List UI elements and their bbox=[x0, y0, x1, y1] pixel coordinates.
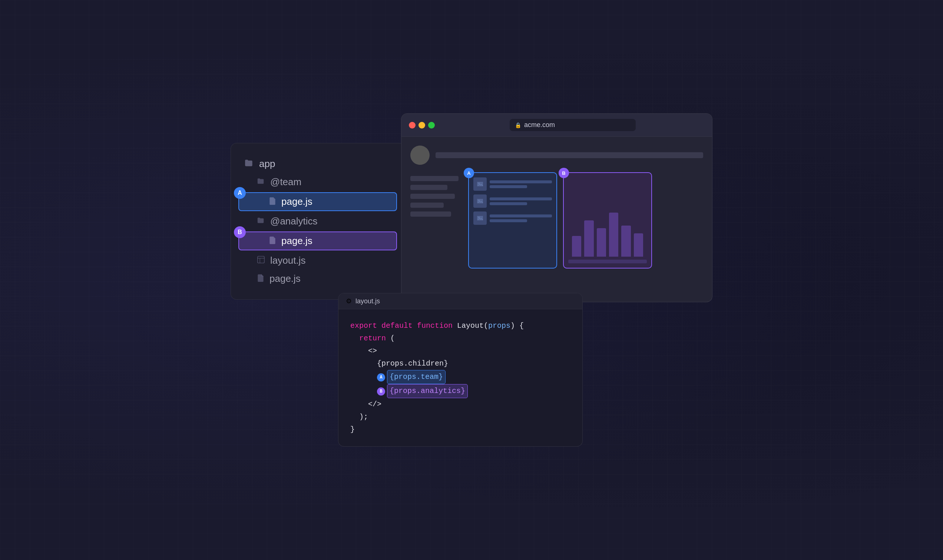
tree-label-root-page: page.js bbox=[270, 273, 301, 285]
list-bar-3a bbox=[490, 214, 552, 217]
list-item-1 bbox=[473, 177, 552, 191]
file-icon-team-page bbox=[269, 197, 276, 207]
tree-label-app: app bbox=[259, 158, 275, 170]
slot-team: {props.team} bbox=[387, 370, 446, 384]
traffic-lights bbox=[409, 122, 435, 129]
folder-icon bbox=[244, 159, 254, 169]
chart-bar-2 bbox=[584, 220, 593, 257]
tree-item-app[interactable]: app bbox=[238, 155, 397, 172]
code-line-4: {props.children} bbox=[350, 357, 571, 370]
tag-open: <> bbox=[350, 345, 377, 357]
chart-bar-4 bbox=[609, 212, 618, 257]
list-bar-1a bbox=[490, 180, 552, 183]
traffic-light-green[interactable] bbox=[428, 122, 435, 129]
tag-close: </> bbox=[350, 398, 381, 411]
tree-label-analytics-page: page.js bbox=[281, 235, 312, 247]
badge-a-filetree: A bbox=[234, 187, 246, 199]
code-line-5: A{props.team} bbox=[350, 370, 571, 384]
tree-label-team-page: page.js bbox=[281, 196, 312, 208]
keyword-function: function bbox=[417, 320, 457, 332]
header-bar bbox=[435, 152, 703, 158]
list-img-2 bbox=[473, 194, 487, 208]
url-text: acme.com bbox=[524, 121, 555, 129]
tree-label-team: @team bbox=[270, 176, 301, 188]
svg-point-3 bbox=[478, 183, 480, 184]
list-bar-1b bbox=[490, 185, 527, 188]
chart-bar-6 bbox=[634, 233, 643, 257]
chart-bar-1 bbox=[572, 236, 581, 257]
badge-b-filetree: B bbox=[234, 226, 246, 238]
browser-panel-badge-a: A bbox=[464, 168, 474, 178]
lock-icon: 🔒 bbox=[515, 122, 521, 128]
browser-grid: A bbox=[411, 172, 703, 269]
tree-item-team-page-wrapper: A page.js bbox=[238, 191, 397, 212]
fn-name: Layout bbox=[457, 320, 484, 332]
sidebar-bar-5 bbox=[411, 211, 451, 217]
browser-header bbox=[411, 146, 703, 165]
svg-point-4 bbox=[478, 200, 480, 201]
tree-item-team[interactable]: @team bbox=[238, 173, 397, 191]
brace-end: } bbox=[350, 423, 355, 436]
browser-panel-b: B bbox=[563, 172, 652, 269]
browser-sidebar bbox=[411, 172, 462, 269]
chart-bottom-bar bbox=[568, 260, 647, 263]
address-bar[interactable]: 🔒 acme.com bbox=[510, 119, 636, 131]
layout-file-icon bbox=[257, 255, 265, 266]
editor-tab-bar: ⚙ layout.js bbox=[338, 293, 582, 309]
code-line-3: <> bbox=[350, 345, 571, 357]
paren-open: ( bbox=[484, 320, 488, 332]
paren-end: ); bbox=[350, 411, 368, 423]
tree-item-root-page[interactable]: page.js bbox=[238, 270, 397, 288]
tree-item-analytics[interactable]: @analytics bbox=[238, 212, 397, 230]
chart-bars bbox=[568, 201, 647, 257]
tree-item-analytics-page[interactable]: page.js bbox=[238, 231, 397, 250]
sidebar-bar-1 bbox=[411, 176, 458, 181]
browser-content: A bbox=[401, 137, 712, 277]
list-bar-2b bbox=[490, 202, 527, 205]
keyword-return: return bbox=[350, 332, 390, 345]
slot-analytics: {props.analytics} bbox=[387, 384, 468, 398]
list-bars-2 bbox=[490, 197, 552, 205]
paren-return: ( bbox=[390, 332, 395, 345]
tree-item-layout[interactable]: layout.js bbox=[238, 252, 397, 269]
browser-window: 🔒 acme.com A bbox=[401, 113, 712, 302]
list-bar-2a bbox=[490, 197, 552, 200]
file-icon-root-page bbox=[257, 274, 264, 284]
traffic-light-yellow[interactable] bbox=[418, 122, 425, 129]
sidebar-bar-4 bbox=[411, 203, 444, 208]
avatar bbox=[411, 146, 430, 165]
badge-b-code: B bbox=[377, 388, 385, 395]
list-img-1 bbox=[473, 177, 487, 191]
svg-rect-0 bbox=[258, 256, 264, 263]
badge-a-code: A bbox=[377, 373, 385, 382]
editor-body: export default function Layout(props) { … bbox=[338, 309, 582, 446]
list-item-2 bbox=[473, 194, 552, 208]
browser-toolbar: 🔒 acme.com bbox=[401, 114, 712, 137]
tree-label-layout: layout.js bbox=[270, 255, 306, 266]
list-bar-3b bbox=[490, 219, 527, 222]
folder-icon-team bbox=[257, 177, 265, 187]
tree-item-analytics-page-wrapper: B page.js bbox=[238, 231, 397, 251]
chart-bar-3 bbox=[597, 228, 606, 257]
keyword-default: default bbox=[381, 320, 417, 332]
param-props: props bbox=[488, 320, 511, 332]
tree-item-team-page[interactable]: page.js bbox=[238, 192, 397, 211]
list-bars-1 bbox=[490, 180, 552, 188]
sidebar-bar-2 bbox=[411, 185, 448, 190]
code-line-6: B{props.analytics} bbox=[350, 384, 571, 398]
editor-tab-icon: ⚙ bbox=[346, 297, 352, 305]
list-item-3 bbox=[473, 211, 552, 225]
tree-label-analytics: @analytics bbox=[270, 215, 318, 227]
svg-point-5 bbox=[478, 217, 480, 218]
browser-panel-badge-b: B bbox=[559, 168, 569, 178]
traffic-light-red[interactable] bbox=[409, 122, 415, 129]
file-tree-panel: app @team A page.js @analytics bbox=[231, 143, 405, 300]
browser-panel-a: A bbox=[468, 172, 557, 269]
slot-children: {props.children} bbox=[350, 357, 448, 370]
paren-close: ) { bbox=[511, 320, 524, 332]
code-editor: ⚙ layout.js export default function Layo… bbox=[338, 293, 583, 447]
code-line-2: return ( bbox=[350, 332, 571, 345]
sidebar-bar-3 bbox=[411, 194, 455, 199]
code-line-1: export default function Layout(props) { bbox=[350, 320, 571, 332]
code-line-8: ); bbox=[350, 411, 571, 423]
